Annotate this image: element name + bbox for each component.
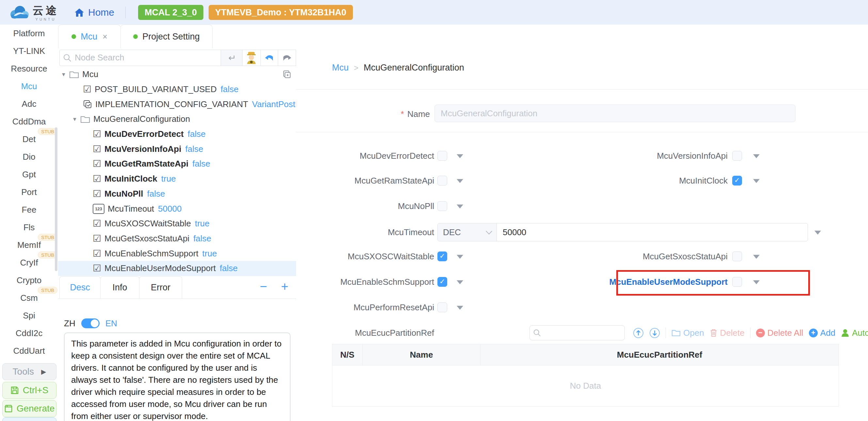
checkbox-mcuperformresetapi[interactable] <box>437 302 447 312</box>
sidebar-item-cryif[interactable]: CryIfSTUB <box>0 254 58 271</box>
sidebar-item-cddi2c[interactable]: CddI2c <box>0 324 58 342</box>
sidebar-item-gpt[interactable]: Gpt <box>0 166 58 183</box>
sidebar-item-csm[interactable]: CsmSTUB <box>0 289 58 307</box>
tab-mcu[interactable]: Mcu × <box>58 25 121 48</box>
dropdown-arrow-icon[interactable] <box>457 205 463 208</box>
dropdown-arrow-icon[interactable] <box>457 255 463 259</box>
dropdown-arrow-icon[interactable] <box>753 280 760 284</box>
tree-node-mcudeverrordetect[interactable]: ☑ McuDevErrorDetect false <box>58 127 296 142</box>
sidebar-item-memif[interactable]: MemIfSTUB <box>0 236 58 254</box>
sidebar-item-cdddma[interactable]: CddDma <box>0 113 58 130</box>
radix-select[interactable]: DEC <box>438 223 497 241</box>
sidebar-item-mcu[interactable]: Mcu <box>0 78 58 95</box>
move-up-button[interactable] <box>633 328 644 338</box>
save-ctrl-s-button[interactable]: Ctrl+S <box>2 382 57 399</box>
partition-search-input[interactable] <box>543 328 619 338</box>
checkbox-mcuinitclock[interactable] <box>732 176 742 185</box>
search-enter-button[interactable] <box>221 50 243 66</box>
checkbox-mcudeverrordetect[interactable] <box>437 151 447 161</box>
dropdown-arrow-icon[interactable] <box>753 154 760 158</box>
partition-search-box <box>529 325 625 340</box>
dropdown-arrow-icon[interactable] <box>814 231 821 235</box>
tab-error[interactable]: Error <box>139 276 182 299</box>
dropdown-arrow-icon[interactable] <box>753 179 760 183</box>
dropdown-arrow-icon[interactable] <box>753 255 760 259</box>
delete-all-button[interactable]: − Delete All <box>756 328 803 338</box>
auto-button[interactable]: Auto <box>841 328 868 338</box>
tree-node-mcusxoscwaitstable[interactable]: ☑ McuSXOSCWaitStable true <box>58 216 296 231</box>
caret-down-icon[interactable]: ▾ <box>62 70 69 78</box>
node-search-input[interactable] <box>74 52 213 63</box>
sidebar-item-port[interactable]: Port <box>0 183 58 201</box>
sidebar-item-platform[interactable]: Platform <box>0 25 58 42</box>
dropdown-arrow-icon[interactable] <box>457 280 463 284</box>
close-tab-icon[interactable]: × <box>102 32 107 41</box>
mcal-version-badge[interactable]: MCAL 2_3_0 <box>138 5 204 20</box>
font-increase-button[interactable]: + <box>281 279 288 294</box>
dropdown-arrow-icon[interactable] <box>457 306 463 310</box>
sidebar-item-cdduart[interactable]: CddUart <box>0 342 58 360</box>
font-decrease-button[interactable]: − <box>260 279 267 294</box>
dropdown-arrow-icon[interactable] <box>457 179 463 183</box>
tree-node-mcu-general-configuration[interactable]: ▾ McuGeneralConfiguration <box>58 112 296 127</box>
tree-node-mcugetramstateapi[interactable]: ☑ McuGetRamStateApi false <box>58 156 296 172</box>
checkbox-mcunopll[interactable] <box>437 201 447 211</box>
partial-bottom-button[interactable] <box>2 417 57 421</box>
checkbox-mcusxoscwaitstable[interactable] <box>437 251 447 261</box>
checkbox-mcugetsxoscstatuapi[interactable] <box>732 251 742 261</box>
sidebar-item-yt-link[interactable]: YT-LINK <box>0 42 58 60</box>
checkbox-mcuenableusermodesupport[interactable] <box>732 277 742 287</box>
tab-desc[interactable]: Desc <box>59 276 100 299</box>
undo-button[interactable] <box>260 50 278 66</box>
sidebar-item-fee[interactable]: Fee <box>0 201 58 218</box>
brand-logo: 云途 YUNTU <box>9 3 59 21</box>
tree-node-mcuinitclock[interactable]: ☑ McuInitClock true <box>58 172 296 186</box>
sidebar-item-crypto[interactable]: Crypto <box>0 271 58 289</box>
tab-project-setting[interactable]: Project Setting <box>120 25 213 48</box>
redo-button[interactable] <box>278 50 296 66</box>
plus-circle-icon: + <box>809 329 818 337</box>
assistant-avatar-button[interactable] <box>242 50 261 66</box>
open-button[interactable]: Open <box>672 328 704 338</box>
tree-search-row <box>58 48 296 67</box>
sidebar-item-spi[interactable]: Spi <box>0 307 58 324</box>
home-button[interactable]: Home <box>74 7 114 18</box>
tree-node-mcunopll[interactable]: ☑ McuNoPll false <box>58 186 296 202</box>
sidebar-item-det[interactable]: DetSTUB <box>0 130 58 148</box>
sidebar-item-dio[interactable]: Dio <box>0 148 58 166</box>
tree-node-mcutimeout[interactable]: McuTimeout 50000 <box>58 201 296 216</box>
project-chip-badge[interactable]: YTMEVB_Demo : YTM32B1HA0 <box>209 5 353 20</box>
checkbox-mcuenableschmsupport[interactable] <box>437 277 447 287</box>
sidebar-item-adc[interactable]: Adc <box>0 95 58 113</box>
tree-node-mcugetsxoscstatuapi[interactable]: ☑ McuGetSxoscStatuApi false <box>58 231 296 246</box>
sidebar-item-resource[interactable]: Resource <box>0 60 58 78</box>
tab-info[interactable]: Info <box>100 276 140 299</box>
tree-node-mcuenableschmsupport[interactable]: ☑ McuEnableSchmSupport true <box>58 246 296 261</box>
tree-node-implementation-config-variant[interactable]: IMPLEMENTATION_CONFIG_VARIANT VariantPos… <box>58 97 296 112</box>
caret-down-icon[interactable]: ▾ <box>73 115 80 123</box>
sidebar-item-fls[interactable]: Fls <box>0 218 58 236</box>
move-down-button[interactable] <box>649 328 660 338</box>
dropdown-arrow-icon[interactable] <box>457 154 463 158</box>
name-input[interactable] <box>434 104 796 122</box>
add-button[interactable]: + Add <box>809 328 835 338</box>
tree-node-mcuversioninfoapi[interactable]: ☑ McuVersionInfoApi false <box>58 142 296 156</box>
description-panel: Desc Info Error − + <box>58 276 296 299</box>
breadcrumb-mcu-link[interactable]: Mcu <box>332 63 349 73</box>
checkbox-mcuversioninfoapi[interactable] <box>732 151 742 161</box>
form-row: McuNoPll <box>296 196 868 216</box>
sidebar-scrollbar[interactable] <box>55 127 58 271</box>
field-label-mcutimeout: McuTimeout <box>296 227 434 237</box>
timeout-value-input[interactable]: 50000 <box>497 223 526 241</box>
generate-button[interactable]: Generate <box>2 400 57 417</box>
tools-button[interactable]: Tools▶ <box>2 363 57 380</box>
copy-node-icon[interactable] <box>282 70 291 79</box>
delete-button[interactable]: Delete <box>710 328 745 338</box>
zh-label: ZH <box>64 319 75 329</box>
checkbox-mcugetramstateapi[interactable] <box>437 176 447 185</box>
form-row-partition: McuEcucPartitionRef <box>296 325 868 340</box>
tree-node-mcuenableusermodesupport[interactable]: ☑ McuEnableUserModeSupport false <box>58 261 296 276</box>
tree-node-mcu[interactable]: ▾ Mcu <box>58 67 296 82</box>
tree-node-post-build-variant-used[interactable]: ☑ POST_BUILD_VARIANT_USED false <box>58 82 296 97</box>
language-toggle-switch[interactable] <box>81 319 99 328</box>
